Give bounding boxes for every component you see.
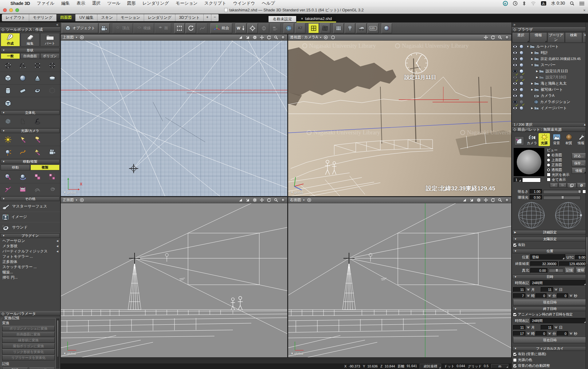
grid-settings-button[interactable]: [333, 23, 344, 33]
plugin-helix[interactable]: 螺旋...: [0, 270, 60, 275]
convert-to-pseudo-polygon-button[interactable]: 擬似ポリゴンに変換: [2, 343, 55, 349]
north-restore-button[interactable]: 復帰: [576, 268, 586, 273]
info-tab[interactable]: 情報: [575, 133, 587, 146]
pan-icon[interactable]: [483, 35, 488, 40]
eset-status-icon[interactable]: e: [503, 1, 508, 6]
end-minute-spinner[interactable]: ▼: [547, 332, 551, 335]
target-icon[interactable]: [307, 198, 312, 202]
rotate-view-icon[interactable]: [266, 198, 271, 202]
latitude-field[interactable]: 32.39000: [530, 261, 558, 266]
second-spinner[interactable]: ▼: [569, 295, 573, 297]
target-icon[interactable]: [79, 35, 84, 40]
true-north-slider[interactable]: [549, 268, 563, 272]
plugin-photo-modeler[interactable]: フォトモデラー ...: [0, 254, 60, 259]
month-spinner[interactable]: ▼: [526, 288, 530, 291]
menu-help[interactable]: ヘルプ: [262, 1, 275, 6]
unit-dropdown[interactable]: m: [491, 364, 508, 368]
cylinder-tool[interactable]: [1, 85, 15, 96]
pivot-secondary-button[interactable]: [259, 23, 269, 33]
extrude-tool[interactable]: [1, 116, 15, 127]
face-mode-button[interactable]: 面: [155, 23, 171, 33]
rotate-view-icon[interactable]: [266, 35, 271, 40]
tree-item-label[interactable]: 時計: [541, 50, 548, 55]
top-view-canvas[interactable]: X ▾global: [61, 41, 287, 196]
visibility-eye-icon[interactable]: [513, 45, 517, 48]
plugin-meta-shape[interactable]: メタ形状◀: [0, 244, 60, 249]
light-direction-spheres[interactable]: [512, 200, 588, 229]
center-pivot-button[interactable]: [247, 23, 258, 33]
end-datetime-section-header[interactable]: ▼終了日時: [512, 307, 587, 311]
zoom-window-button[interactable]: [15, 8, 19, 12]
copy-spiral-tool[interactable]: [45, 184, 60, 195]
day-spinner[interactable]: ▼: [554, 288, 558, 291]
shading-icon[interactable]: [504, 35, 509, 40]
open-curve-tool[interactable]: [15, 60, 30, 71]
directional-light-tool[interactable]: [30, 147, 45, 158]
rotate-view-icon[interactable]: [490, 35, 495, 40]
front-global-selector[interactable]: ▾global: [64, 351, 76, 355]
quad-view-button[interactable]: [308, 23, 319, 33]
render-preview-button[interactable]: [345, 23, 355, 33]
end-month-spinner[interactable]: ▼: [526, 326, 530, 329]
view-settings-gear-icon[interactable]: [252, 35, 257, 40]
expand-triangle[interactable]: ▶: [530, 51, 534, 54]
section-light-camera-header[interactable]: ▼光源/カメラ: [1, 129, 60, 133]
end-month-field[interactable]: 11: [513, 325, 525, 330]
utc-field[interactable]: 9.00: [575, 255, 587, 260]
delete-light-button[interactable]: Ø: [577, 183, 586, 188]
cube-tool[interactable]: [1, 73, 15, 84]
sweep-tool[interactable]: [15, 116, 30, 127]
zoom-view-icon[interactable]: [497, 198, 502, 202]
text-tool[interactable]: T: [1, 98, 15, 109]
coordinate-mode-dropdown[interactable]: 絶対座標: [420, 364, 441, 369]
expand-triangle[interactable]: ▼: [530, 64, 534, 66]
circle-tool[interactable]: [45, 60, 60, 71]
render-area-icon[interactable]: [469, 198, 474, 202]
brightness-field[interactable]: 1.00: [530, 189, 542, 194]
copy-numeric-tool[interactable]: 0.0: [15, 184, 30, 195]
light-preview[interactable]: [514, 148, 544, 176]
datetime-section-header[interactable]: ▼日時: [512, 275, 587, 279]
month-field[interactable]: 11: [513, 287, 525, 292]
smooth-tool-button[interactable]: [197, 23, 207, 33]
tab-motion[interactable]: モーション: [117, 14, 144, 21]
tree-row-setting-nov11[interactable]: ✓ ✓ ▶ 設定11月11日: [512, 68, 588, 74]
torus-tool[interactable]: [30, 85, 45, 96]
tree-row-clock[interactable]: ▶ 時計: [512, 50, 588, 56]
render-flag-icon[interactable]: [519, 106, 523, 110]
closed-curve-tool[interactable]: [1, 60, 15, 71]
spotlight-tool[interactable]: [15, 134, 30, 145]
right-view-canvas[interactable]: ▾global: [288, 203, 511, 357]
viewport-front[interactable]: 正面図 ▾: [61, 197, 288, 358]
expand-triangle[interactable]: ▶: [535, 70, 539, 73]
show-all-checkbox[interactable]: 全て表示: [547, 177, 572, 182]
menu-file[interactable]: ファイル: [37, 1, 54, 6]
mode-create-button[interactable]: 作成: [1, 33, 20, 46]
sound-item[interactable]: サウンド: [0, 222, 60, 233]
view-right-option[interactable]: 右面図: [547, 153, 572, 157]
render-flag-icon[interactable]: [519, 88, 523, 92]
sphere-tool[interactable]: [15, 73, 30, 84]
plugin-particle-physics[interactable]: パーティクルフィジックス◀: [0, 249, 60, 254]
section-shape-header[interactable]: ▼形状: [1, 48, 60, 53]
expand-triangle[interactable]: ▶: [535, 76, 539, 79]
tree-row-subject-part[interactable]: ▶ 被写体パート: [512, 86, 588, 93]
menu-view[interactable]: 表示: [76, 1, 85, 6]
spotlight-icon[interactable]: [570, 1, 574, 6]
brightness-slider[interactable]: [543, 190, 581, 194]
right-global-selector[interactable]: ▾global: [291, 351, 303, 355]
camera-mode-button[interactable]: [99, 23, 110, 33]
materialize-replicator-button[interactable]: リプリケータを実体化: [2, 355, 55, 360]
walkthrough-button[interactable]: [356, 23, 367, 33]
tab-uv-edit[interactable]: UV 編集: [76, 14, 97, 21]
info-button[interactable]: 情報: [572, 168, 586, 174]
load-button[interactable]: 読込...: [572, 153, 586, 159]
perspective-view-title[interactable]: 透視図 : カメラA: [290, 35, 318, 40]
mode-part-button[interactable]: パート: [40, 33, 60, 46]
view-menu-icon[interactable]: ▾: [76, 199, 77, 201]
view-menu-icon[interactable]: ▾: [303, 199, 304, 201]
browser-tab-select[interactable]: 選択: [512, 32, 529, 43]
front-view-title[interactable]: 正面図: [63, 197, 74, 203]
end-time-format-dropdown[interactable]: 24時間: [530, 318, 587, 324]
edge-mode-button[interactable]: 稜線: [134, 23, 154, 33]
